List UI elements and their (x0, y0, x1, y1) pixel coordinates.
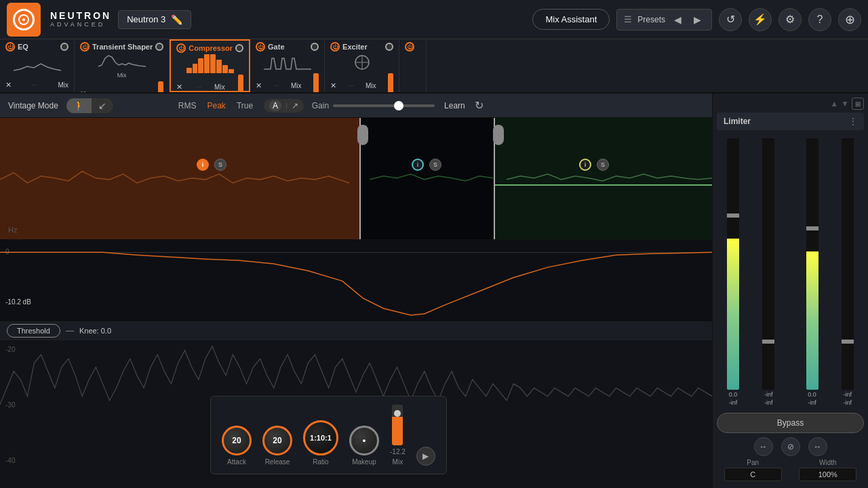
meter-slider-4[interactable] (842, 340, 854, 344)
module-transient-shaper[interactable]: ⏻ Transient Shaper Mix ✕ ⋯ (75, 39, 170, 92)
comp-bar-4 (204, 54, 210, 73)
mode-person-btn[interactable]: 🚶 (66, 98, 92, 113)
module-comp-header: ⏻ Compressor (176, 43, 243, 53)
attack-knob[interactable]: 20 (222, 426, 252, 455)
ratio-knob[interactable]: 1:10:1 (303, 420, 338, 455)
makeup-label: Makeup (352, 458, 376, 466)
panel-arrow-up[interactable]: ▲ (830, 99, 838, 108)
module-exciter-knob[interactable] (385, 43, 393, 51)
history-button[interactable]: ↺ (719, 8, 742, 31)
waveform-bottom: -20 -30 -40 Threshold — Knee: 0.0 (0, 321, 712, 488)
mix-fader-handle[interactable] (394, 410, 401, 417)
mono-icon-btn[interactable]: ⊘ (781, 437, 800, 456)
width-value[interactable]: 100% (799, 468, 856, 481)
ab-btn-b[interactable]: ↗ (292, 101, 298, 110)
gain-reduction-area: 0 -10.2 dB (0, 240, 712, 321)
mix-fader-track[interactable] (392, 405, 403, 445)
module-ts-header: ⏻ Transient Shaper (80, 42, 163, 52)
band3-info-btn[interactable]: i (579, 159, 591, 171)
detect-peak[interactable]: Peak (205, 100, 229, 112)
module-compressor[interactable]: ⏻ Compressor ✕ ⋯ Mix (170, 39, 250, 92)
module-exciter[interactable]: ⏻ Exciter ✕ ⋯ Mix (325, 39, 399, 92)
pan-icon-btn[interactable]: ↔ (754, 437, 773, 456)
limiter-section: Limiter ⋮ (717, 113, 864, 130)
module-extra-power[interactable]: ⏻ (405, 42, 414, 52)
pan-value[interactable]: C (724, 468, 782, 481)
module-gate[interactable]: ⏻ Gate ✕ ⋯ Mix (250, 39, 325, 92)
limiter-menu-button[interactable]: ⋮ (849, 117, 857, 126)
band2-solo-btn[interactable]: S (429, 159, 441, 171)
band-handle-right[interactable] (493, 125, 504, 145)
module-comp-power[interactable]: ⏻ (176, 43, 186, 53)
comp-bar-1 (186, 68, 192, 73)
detect-rms[interactable]: RMS (176, 100, 199, 112)
module-comp-dots: ⋯ (196, 84, 201, 90)
module-eq-knob[interactable] (60, 43, 68, 51)
module-exciter-power[interactable]: ⏻ (330, 42, 340, 52)
makeup-knob[interactable]: ● (349, 426, 379, 455)
gain-knob[interactable] (394, 101, 403, 110)
release-knob[interactable]: 20 (262, 426, 292, 455)
mode-arrow-btn[interactable]: ↙ (92, 98, 113, 113)
band-handle-left[interactable] (357, 125, 368, 145)
settings-button[interactable]: ⚙ (778, 8, 802, 31)
presets-prev-button[interactable]: ◀ (671, 13, 685, 26)
learn-button[interactable]: Learn (439, 99, 471, 113)
presets-next-button[interactable]: ▶ (690, 13, 705, 26)
presets-label: Presets (637, 15, 665, 24)
comp-bar-8 (229, 69, 234, 73)
module-extra[interactable]: ⏻ (399, 39, 427, 92)
module-eq-dots: ⋯ (32, 82, 37, 88)
module-gate-close[interactable]: ✕ (256, 81, 262, 90)
preset-selector[interactable]: Neutron 3 ✏️ (118, 10, 191, 29)
module-gate-power[interactable]: ⏻ (256, 42, 265, 52)
meter-slider-1[interactable] (727, 214, 739, 218)
meter-value-1: 0.0 (729, 391, 738, 398)
module-gate-knob[interactable] (311, 43, 319, 51)
bolt-button[interactable]: ⚡ (749, 8, 772, 31)
module-eq[interactable]: ⏻ EQ ✕ ⋯ Mix (0, 39, 75, 92)
panel-arrow-down[interactable]: ▼ (841, 99, 849, 108)
meter-slider-3[interactable] (806, 226, 818, 230)
band1-solo-btn[interactable]: S (214, 159, 226, 171)
module-eq-power[interactable]: ⏻ (5, 42, 15, 52)
threshold-pill[interactable]: Threshold (7, 324, 60, 338)
module-exciter-name: Exciter (342, 43, 368, 51)
band1-info-btn[interactable]: i (197, 159, 209, 171)
module-bar: ⏻ EQ ✕ ⋯ Mix ⏻ Transient Shaper Mix (0, 39, 868, 94)
pencil-icon[interactable]: ✏️ (171, 14, 182, 25)
detect-true[interactable]: True (234, 100, 256, 112)
meter-subvalue-3: -inf (808, 399, 816, 406)
pan-label: Pan (747, 459, 759, 466)
attack-value: 20 (232, 436, 241, 445)
release-value: 20 (273, 436, 281, 445)
controls-bar: Vintage Mode 🚶 ↙ RMS Peak True A | ↗ Gai… (0, 94, 712, 118)
band3-solo-btn[interactable]: S (597, 159, 609, 171)
ab-separator: | (285, 102, 288, 109)
mix-assistant-button[interactable]: Mix Assistant (532, 9, 610, 30)
meter-slider-2[interactable] (762, 340, 774, 344)
waveform-svg (0, 118, 712, 240)
refresh-icon[interactable]: ↻ (475, 99, 484, 112)
module-exciter-header: ⏻ Exciter (330, 42, 393, 52)
gain-slider[interactable] (333, 104, 435, 107)
band2-info-btn[interactable]: i (412, 159, 424, 171)
panel-expand-btn[interactable]: ⊞ (852, 98, 864, 110)
brand-name: NEUTRON (50, 11, 111, 21)
module-comp-close[interactable]: ✕ (176, 83, 182, 92)
module-comp-knob[interactable] (235, 44, 243, 52)
module-eq-close[interactable]: ✕ (5, 81, 12, 89)
stereo-icon-btn[interactable]: ↔ (808, 437, 827, 456)
play-button[interactable]: ▶ (416, 447, 435, 466)
ab-btn-a[interactable]: A (269, 100, 281, 111)
help-button[interactable]: ? (808, 8, 831, 31)
meter-spacer (788, 138, 793, 406)
meter-track-3 (806, 138, 818, 390)
module-ts-knob[interactable] (155, 43, 163, 51)
brand-text-area: NEUTRON ADVANCED (50, 11, 111, 28)
network-button[interactable]: ⊕ (838, 8, 861, 31)
module-exciter-close[interactable]: ✕ (330, 81, 336, 90)
bypass-button[interactable]: Bypass (717, 413, 864, 433)
comp-bars (186, 54, 234, 73)
module-ts-power[interactable]: ⏻ (80, 42, 90, 52)
